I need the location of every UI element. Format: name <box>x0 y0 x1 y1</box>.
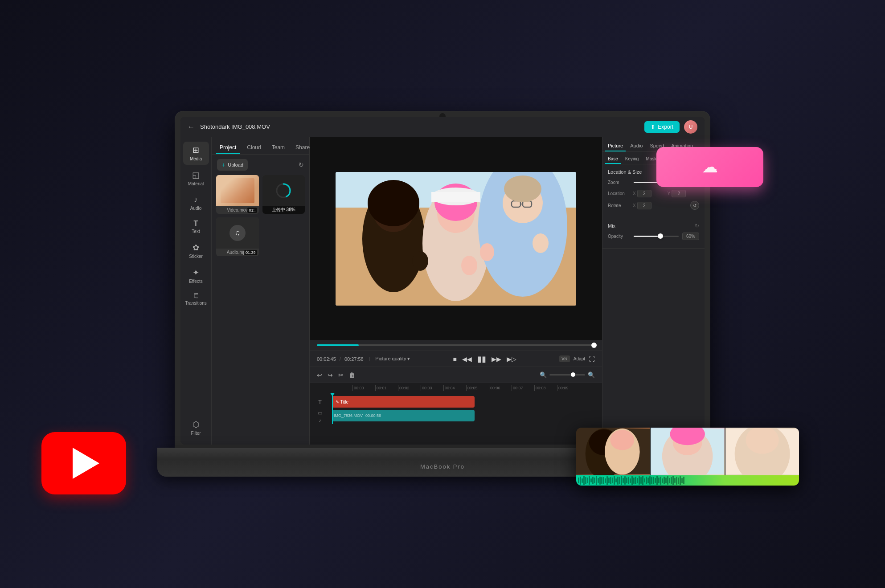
zoom-slider[interactable] <box>549 374 585 376</box>
delete-button[interactable]: 🗑 <box>349 372 355 379</box>
play-pause-button[interactable]: ▮▮ <box>476 353 487 365</box>
wb <box>674 478 676 482</box>
wb <box>646 477 647 484</box>
next-frame-button[interactable]: ▶▶ <box>491 355 502 363</box>
cloud-upload-card[interactable]: ☁ <box>656 147 763 187</box>
playhead <box>332 393 333 424</box>
wb <box>605 478 606 483</box>
split-button[interactable]: ✂ <box>338 372 344 379</box>
zoom-out-icon[interactable]: 🔍 <box>540 372 547 378</box>
audio-track-icon: ♪ <box>319 418 321 423</box>
svg-point-17 <box>504 176 541 202</box>
wb <box>601 477 602 484</box>
location-y-value[interactable]: 2 <box>672 190 686 197</box>
user-avatar[interactable]: U <box>684 120 697 134</box>
quality-button[interactable]: Picture quality ▾ <box>375 356 410 362</box>
sidebar-item-transitions[interactable]: ⋶ Transitions <box>183 289 209 309</box>
ruler-5: 00:05 <box>466 385 489 391</box>
svg-point-21 <box>533 233 549 253</box>
media-item-video1[interactable]: 01:. Video.mov <box>216 175 259 214</box>
sidebar-item-text[interactable]: T Text <box>183 216 209 237</box>
material-icon: ◱ <box>192 170 200 180</box>
titlebar-right: ⬆ Export U <box>644 120 697 134</box>
progress-thumb <box>591 343 597 348</box>
wb <box>590 478 592 482</box>
svg-point-18 <box>412 251 428 271</box>
sidebar-label-effects: Effects <box>189 279 202 284</box>
rotate-reset-button[interactable]: ↺ <box>690 201 699 210</box>
title-clip-label: ✎ Title <box>336 400 348 404</box>
media-item-audio[interactable]: ♫ 01:39 Audio.mp3 <box>216 217 259 256</box>
zoom-label: Zoom <box>608 180 630 185</box>
redo-button[interactable]: ↪ <box>328 372 333 379</box>
progress-bar[interactable] <box>317 344 595 346</box>
vr-button[interactable]: VR <box>559 355 570 362</box>
skip-end-button[interactable]: ▶▷ <box>506 355 517 363</box>
wb <box>642 476 643 485</box>
mix-section: Mix ↻ Opacity <box>602 218 705 249</box>
opacity-slider-track[interactable] <box>634 236 679 237</box>
zoom-in-icon[interactable]: 🔍 <box>588 372 595 378</box>
skip-start-button[interactable]: ■ <box>452 355 457 363</box>
upload-button[interactable]: + Upload <box>217 159 248 171</box>
note-symbol: ♫ <box>235 229 240 237</box>
popup-thumbnails <box>576 428 799 475</box>
refresh-icon[interactable]: ↻ <box>299 161 304 168</box>
wb <box>626 478 627 483</box>
subtab-keying[interactable]: Keying <box>623 155 642 164</box>
laptop-body: ← Shotondark IMG_008.MOV ⬆ Export U <box>175 111 710 477</box>
sidebar-item-media[interactable]: ⊞ Media <box>183 142 209 165</box>
upload-progress: 上传中 38% <box>262 206 305 214</box>
fullscreen-button[interactable]: ⛶ <box>589 355 595 363</box>
reset-mix-icon[interactable]: ↻ <box>695 223 699 229</box>
transitions-icon: ⋶ <box>193 293 198 299</box>
ruler-6: 00:06 <box>489 385 512 391</box>
playhead-head <box>330 393 335 396</box>
video-frame <box>336 172 576 306</box>
wb <box>606 476 608 485</box>
adapt-button[interactable]: Adapt <box>574 356 585 361</box>
opacity-value[interactable]: 60% <box>682 233 699 240</box>
sidebar-item-material[interactable]: ◱ Material <box>183 167 209 190</box>
cloud-icon: ☁ <box>702 158 718 176</box>
text-icon: T <box>194 220 198 228</box>
subtab-base[interactable]: Base <box>605 155 621 164</box>
back-button[interactable]: ← <box>188 123 195 131</box>
rotate-x-label: X <box>633 203 636 208</box>
tab-picture[interactable]: Picture <box>605 141 626 151</box>
undo-button[interactable]: ↩ <box>317 372 322 379</box>
export-button[interactable]: ⬆ Export <box>644 121 680 133</box>
wb <box>649 476 651 485</box>
wb <box>680 476 681 485</box>
ruler-0: 00:00 <box>352 385 375 391</box>
x-axis-label: X <box>633 191 636 196</box>
wb <box>603 477 604 484</box>
prev-frame-button[interactable]: ◀◀ <box>461 355 473 363</box>
media-item-video2[interactable]: 上传中 38% Video.mov <box>262 175 305 214</box>
tab-audio[interactable]: Audio <box>627 141 645 151</box>
tab-cloud[interactable]: Cloud <box>243 142 264 154</box>
opacity-control: Opacity 60% <box>608 233 699 240</box>
video-progress-area <box>310 340 602 351</box>
popup-thumb-1 <box>576 428 650 475</box>
sidebar-item-effects[interactable]: ✦ Effects <box>183 264 209 287</box>
rotate-x-value[interactable]: 2 <box>637 202 651 209</box>
video-clip[interactable]: IMG_7836.MOV 00:00:56 <box>332 410 475 421</box>
tab-project[interactable]: Project <box>216 142 240 154</box>
sidebar-label-audio: Audio <box>190 206 202 211</box>
sidebar-label-transitions: Transitions <box>185 301 207 306</box>
wb <box>669 478 670 483</box>
tab-team[interactable]: Team <box>268 142 288 154</box>
sidebar-item-sticker[interactable]: ✿ Sticker <box>183 239 209 262</box>
wb <box>594 478 595 484</box>
ruler-7: 00:07 <box>512 385 534 391</box>
title-clip[interactable]: ✎ Title <box>332 396 475 408</box>
sidebar-item-audio[interactable]: ♪ Audio <box>183 192 209 214</box>
sticker-icon: ✿ <box>193 243 199 253</box>
location-x-value[interactable]: 2 <box>637 190 651 197</box>
wb <box>655 478 656 483</box>
audio-duration: 01:39 <box>244 250 257 255</box>
upload-bar: + Upload ↻ <box>212 155 309 175</box>
sidebar-item-filter[interactable]: ⬡ Filter <box>183 416 209 440</box>
title-track-label: T <box>310 399 330 405</box>
